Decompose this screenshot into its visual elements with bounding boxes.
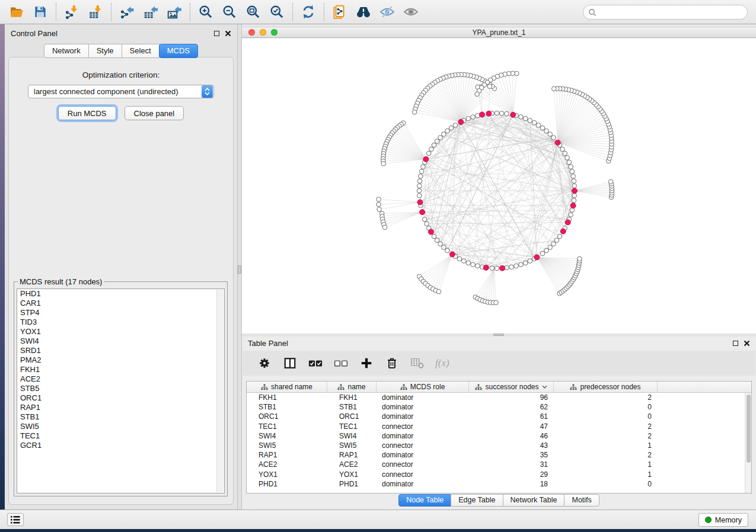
graph-node[interactable]	[495, 111, 499, 116]
mcds-result-item[interactable]: STB5	[17, 384, 224, 393]
horizontal-splitter-handle[interactable]	[493, 334, 504, 336]
mcds-result-item[interactable]: FKH1	[17, 365, 224, 374]
mcds-result-item[interactable]: GCR1	[17, 441, 224, 450]
graph-hub-node[interactable]	[480, 112, 485, 117]
graph-node[interactable]	[572, 198, 576, 203]
mcds-result-item[interactable]: RAP1	[17, 403, 224, 412]
add-row-button[interactable]	[359, 355, 374, 371]
mcds-result-item[interactable]: TID3	[17, 318, 224, 327]
graph-hub-node[interactable]	[449, 252, 455, 257]
graph-node[interactable]	[417, 179, 422, 184]
delete-row-button[interactable]	[384, 355, 400, 371]
mcds-list-scrollbar[interactable]	[216, 290, 224, 492]
show-hidden-button[interactable]	[399, 2, 423, 22]
mcds-result-item[interactable]: SWI5	[17, 422, 224, 431]
graph-node[interactable]	[548, 245, 553, 250]
graph-node[interactable]	[567, 160, 572, 165]
graph-node[interactable]	[457, 257, 462, 261]
column-header-predecessor-nodes[interactable]: predecessor nodes	[554, 382, 658, 392]
graph-node[interactable]	[377, 202, 381, 207]
graph-node[interactable]	[419, 169, 424, 174]
tab-network[interactable]: Network	[44, 44, 89, 58]
mcds-result-item[interactable]: ACE2	[17, 374, 224, 384]
export-table-button[interactable]	[139, 2, 162, 22]
table-row[interactable]: FKH1FKH1dominator962	[247, 393, 745, 402]
graph-node[interactable]	[381, 161, 386, 166]
sort-chevron-icon[interactable]	[542, 385, 547, 389]
settings-gear-button[interactable]	[257, 355, 272, 371]
graph-node[interactable]	[552, 86, 557, 91]
tab-mcds[interactable]: MCDS	[159, 44, 198, 58]
graph-node[interactable]	[466, 261, 471, 265]
select-all-button[interactable]	[308, 355, 323, 371]
task-history-button[interactable]	[7, 513, 24, 526]
column-header-MCDS-role[interactable]: MCDS role	[377, 382, 469, 392]
graph-node[interactable]	[569, 213, 573, 217]
graph-node[interactable]	[572, 179, 576, 184]
mcds-result-item[interactable]: YOX1	[17, 327, 224, 336]
graph-node[interactable]	[519, 115, 524, 120]
column-header-shared-name[interactable]: shared name	[247, 382, 327, 392]
graph-node[interactable]	[475, 92, 480, 97]
table-row[interactable]: STB1STB1dominator620	[247, 402, 745, 412]
table-scrollbar[interactable]	[745, 393, 751, 493]
tab-style[interactable]: Style	[88, 44, 122, 58]
graph-node[interactable]	[571, 174, 576, 179]
column-header-name[interactable]: name	[327, 382, 377, 392]
graph-hub-node[interactable]	[500, 265, 505, 271]
network-canvas[interactable]	[242, 39, 756, 334]
graph-node[interactable]	[432, 234, 436, 239]
graph-node[interactable]	[532, 120, 537, 125]
graph-node[interactable]	[523, 261, 528, 265]
search-binoculars-button[interactable]	[352, 2, 375, 22]
zoom-in-button[interactable]	[194, 2, 218, 22]
table-row[interactable]: SWI5SWI5connector431	[247, 441, 745, 450]
tab-network-table[interactable]: Network Table	[503, 494, 565, 507]
vertical-splitter[interactable]	[237, 24, 242, 509]
graph-node[interactable]	[377, 197, 381, 202]
graph-node[interactable]	[560, 147, 565, 152]
tab-edge-table[interactable]: Edge Table	[451, 494, 503, 507]
tab-select[interactable]: Select	[122, 44, 160, 58]
graph-node[interactable]	[435, 139, 439, 144]
mcds-result-item[interactable]: PMA2	[17, 355, 224, 365]
graph-node[interactable]	[499, 111, 504, 116]
graph-node[interactable]	[563, 151, 567, 156]
graph-node[interactable]	[544, 129, 549, 133]
graph-hub-node[interactable]	[420, 210, 425, 215]
run-mcds-button[interactable]: Run MCDS	[58, 106, 116, 120]
graph-node[interactable]	[426, 151, 431, 156]
graph-node[interactable]	[490, 266, 495, 271]
table-row[interactable]: SWI4SWI4dominator462	[247, 431, 745, 441]
table-row[interactable]: YOX1YOX1connector291	[247, 470, 745, 479]
graph-node[interactable]	[453, 123, 458, 128]
graph-node[interactable]	[435, 238, 439, 243]
table-row[interactable]: ACE2ACE2connector311	[247, 460, 745, 469]
graph-node[interactable]	[572, 184, 577, 188]
graph-hub-node[interactable]	[560, 229, 566, 234]
graph-node[interactable]	[442, 132, 446, 137]
graph-node[interactable]	[417, 188, 422, 193]
zoom-out-button[interactable]	[218, 2, 241, 22]
graph-hub-node[interactable]	[572, 188, 578, 194]
graph-hub-node[interactable]	[428, 229, 433, 235]
network-window-titlebar[interactable]: YPA_prune.txt_1	[242, 27, 756, 38]
mcds-result-item[interactable]: CAR1	[17, 299, 224, 308]
mcds-result-list[interactable]: PHD1CAR1STP4TID3YOX1SWI4SRD1PMA2FKH1ACE2…	[17, 289, 225, 493]
graph-hub-node[interactable]	[483, 265, 489, 270]
graph-node[interactable]	[412, 110, 417, 114]
mcds-result-item[interactable]: STP4	[17, 308, 224, 318]
graph-hub-node[interactable]	[565, 220, 570, 225]
float-table-panel-icon[interactable]	[733, 341, 738, 346]
graph-node[interactable]	[569, 165, 573, 169]
mcds-result-item[interactable]: ORC1	[17, 393, 224, 403]
graph-node[interactable]	[429, 147, 434, 152]
graph-hub-node[interactable]	[417, 200, 423, 205]
graph-node[interactable]	[551, 242, 556, 246]
graph-node[interactable]	[509, 265, 514, 270]
table-row[interactable]: TEC1TEC1connector472	[247, 422, 745, 431]
graph-node[interactable]	[495, 266, 499, 271]
table-row[interactable]: PHD1PHD1dominator180	[247, 479, 745, 489]
graph-node[interactable]	[382, 225, 387, 230]
table-row[interactable]: ORC1ORC1dominator610	[247, 412, 745, 421]
